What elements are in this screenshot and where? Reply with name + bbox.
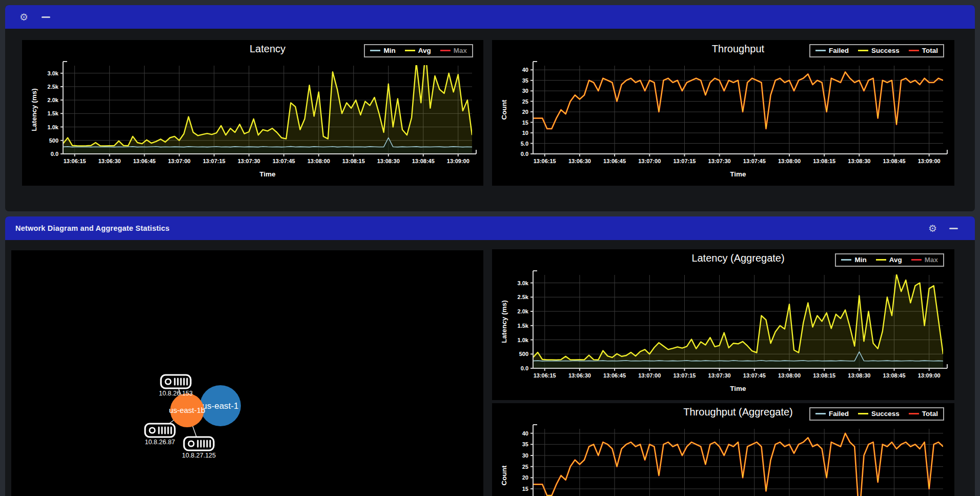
legend-swatch: [858, 413, 868, 414]
panel-metrics: ⚙ Latency MinAvgMax 0.05001.0k1.5k2.0k2.…: [5, 5, 975, 211]
svg-text:13:08:00: 13:08:00: [308, 158, 330, 164]
legend-swatch: [909, 413, 919, 414]
gear-icon[interactable]: ⚙: [19, 12, 28, 22]
legend-swatch: [405, 50, 415, 51]
chart-legend: FailedSuccessTotal: [809, 407, 944, 421]
svg-text:13:08:15: 13:08:15: [813, 158, 835, 164]
legend-item-max[interactable]: Max: [911, 256, 938, 264]
svg-text:10: 10: [522, 130, 528, 136]
legend-item-max[interactable]: Max: [440, 47, 467, 54]
svg-text:13:07:00: 13:07:00: [638, 372, 661, 379]
svg-text:13:08:30: 13:08:30: [377, 158, 400, 164]
y-axis-label: Count: [500, 465, 508, 485]
legend-item-success[interactable]: Success: [858, 47, 900, 54]
legend-swatch: [370, 50, 380, 51]
svg-text:500: 500: [49, 137, 58, 144]
svg-text:0.0: 0.0: [521, 365, 528, 371]
legend-item-min[interactable]: Min: [370, 47, 395, 54]
y-axis-label: Latency (ms): [500, 300, 508, 343]
svg-text:13:09:00: 13:09:00: [918, 372, 941, 379]
svg-text:13:08:00: 13:08:00: [778, 158, 801, 164]
svg-text:13:08:15: 13:08:15: [813, 372, 835, 379]
svg-text:1.5k: 1.5k: [48, 110, 59, 116]
dashboard-page: ⚙ Latency MinAvgMax 0.05001.0k1.5k2.0k2.…: [0, 0, 980, 496]
svg-text:13:06:45: 13:06:45: [133, 158, 156, 164]
legend-item-total[interactable]: Total: [909, 47, 938, 54]
host-ip-label: 10.8.27.125: [182, 452, 216, 459]
svg-text:13:07:00: 13:07:00: [638, 158, 661, 164]
svg-text:13:07:30: 13:07:30: [238, 158, 260, 164]
chart-legend: MinAvgMax: [364, 44, 473, 57]
legend-item-min[interactable]: Min: [841, 256, 866, 264]
svg-text:2.5k: 2.5k: [48, 84, 59, 90]
svg-text:13:07:45: 13:07:45: [743, 158, 766, 164]
legend-swatch: [911, 259, 922, 261]
svg-text:15: 15: [522, 486, 528, 492]
svg-text:5.0: 5.0: [521, 141, 528, 147]
svg-text:13:06:15: 13:06:15: [534, 158, 556, 164]
host-ip-label: 10.8.26.87: [145, 439, 175, 446]
svg-text:13:06:30: 13:06:30: [98, 158, 121, 164]
host-ip-label: 10.8.26.153: [159, 390, 193, 397]
legend-swatch: [440, 50, 451, 51]
latency-plot: 0.05001.0k1.5k2.0k2.5k3.0k13:06:1513:06:…: [22, 40, 483, 186]
legend-label: Min: [383, 47, 395, 54]
legend-label: Total: [922, 47, 938, 54]
throughput-chart: Throughput FailedSuccessTotal 0.05.01015…: [492, 40, 954, 186]
network-diagram: us-east-1us-east-1b10.8.26.15310.8.26.87…: [11, 250, 483, 496]
host-node-10.8.26.153[interactable]: 10.8.26.153: [159, 375, 193, 397]
svg-text:20: 20: [522, 474, 528, 481]
svg-text:2.0k: 2.0k: [518, 308, 529, 314]
svg-text:25: 25: [522, 98, 528, 105]
y-axis-label: Count: [500, 100, 508, 120]
legend-label: Success: [871, 410, 900, 418]
legend-item-avg[interactable]: Avg: [405, 47, 431, 54]
minimize-icon[interactable]: [949, 228, 958, 229]
panel-aggregate-header: Network Diagram and Aggregate Statistics…: [5, 216, 975, 240]
legend-swatch: [876, 259, 886, 261]
svg-text:2.0k: 2.0k: [48, 97, 59, 103]
minimize-icon[interactable]: [42, 16, 50, 18]
legend-label: Failed: [829, 47, 849, 54]
legend-item-success[interactable]: Success: [858, 410, 900, 418]
svg-text:13:08:30: 13:08:30: [848, 158, 870, 164]
zone-node-us-east-1[interactable]: us-east-1: [200, 385, 241, 426]
svg-text:0.0: 0.0: [521, 151, 528, 157]
legend-item-failed[interactable]: Failed: [815, 410, 849, 418]
chart-legend: MinAvgMax: [835, 253, 944, 267]
svg-text:35: 35: [522, 441, 528, 447]
legend-item-total[interactable]: Total: [909, 410, 938, 418]
latency-chart: Latency MinAvgMax 0.05001.0k1.5k2.0k2.5k…: [22, 40, 483, 186]
x-axis-label: Time: [259, 170, 276, 178]
svg-text:13:07:30: 13:07:30: [708, 372, 731, 379]
svg-text:13:07:15: 13:07:15: [673, 372, 696, 379]
latency_aggregate-plot: 0.05001.0k1.5k2.0k2.5k3.0k13:06:1513:06:…: [492, 249, 954, 400]
zone-node-us-east-1b[interactable]: us-east-1b: [169, 393, 206, 427]
host-node-10.8.27.125[interactable]: 10.8.27.125: [182, 437, 216, 459]
svg-text:13:08:45: 13:08:45: [883, 158, 906, 164]
legend-label: Failed: [829, 410, 849, 418]
legend-label: Min: [854, 256, 866, 264]
legend-label: Avg: [418, 47, 431, 54]
svg-text:40: 40: [522, 430, 528, 437]
panel-aggregate: Network Diagram and Aggregate Statistics…: [5, 216, 975, 496]
host-node-10.8.26.87[interactable]: 10.8.26.87: [145, 424, 175, 446]
latency-aggregate-chart: Latency (Aggregate) MinAvgMax 0.05001.0k…: [492, 249, 954, 400]
legend-label: Total: [922, 410, 938, 418]
svg-text:1.0k: 1.0k: [518, 337, 529, 343]
legend-item-failed[interactable]: Failed: [815, 47, 849, 54]
svg-text:30: 30: [522, 88, 528, 94]
svg-text:40: 40: [522, 67, 528, 73]
svg-text:13:06:15: 13:06:15: [64, 158, 86, 164]
svg-text:13:06:45: 13:06:45: [603, 372, 626, 379]
x-axis-label: Time: [730, 385, 746, 392]
svg-text:15: 15: [522, 120, 528, 126]
legend-swatch: [841, 259, 851, 261]
svg-text:2.5k: 2.5k: [518, 294, 529, 300]
gear-icon[interactable]: ⚙: [928, 224, 937, 233]
svg-text:13:07:00: 13:07:00: [168, 158, 191, 164]
svg-text:13:06:30: 13:06:30: [568, 158, 591, 164]
svg-text:13:06:30: 13:06:30: [568, 372, 591, 379]
svg-text:1.0k: 1.0k: [48, 124, 59, 130]
legend-item-avg[interactable]: Avg: [876, 256, 902, 264]
